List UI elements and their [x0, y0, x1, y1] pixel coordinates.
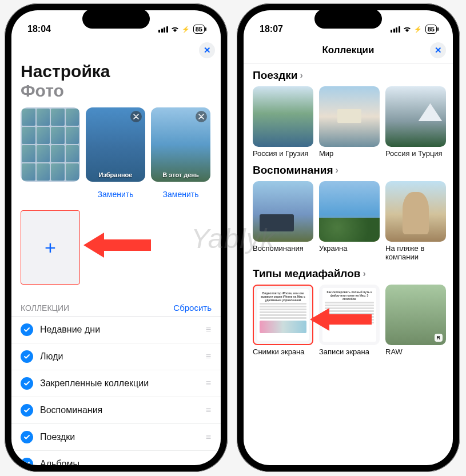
list-item-label: Поездки	[40, 432, 75, 442]
status-time: 18:07	[260, 24, 283, 34]
drag-handle-icon[interactable]: ≡	[206, 405, 212, 415]
checkmark-icon[interactable]	[21, 377, 33, 390]
screen-right: 18:07 ⚡ 85 Коллекции ✕ Поездки › Россия …	[244, 10, 453, 465]
section-label: Типы медиафайлов	[253, 267, 360, 280]
tile-label: Избранное	[86, 171, 145, 178]
phone-right: 18:07 ⚡ 85 Коллекции ✕ Поездки › Россия …	[237, 3, 460, 472]
svg-marker-0	[83, 233, 151, 258]
checkmark-icon[interactable]	[21, 350, 33, 363]
checkmark-icon[interactable]	[21, 431, 33, 443]
checkmark-icon[interactable]	[21, 458, 33, 465]
drag-handle-icon[interactable]: ≡	[206, 351, 212, 362]
collections-header-label: КОЛЛЕКЦИИ	[21, 303, 69, 313]
drag-handle-icon[interactable]: ≡	[206, 432, 212, 442]
chevron-right-icon: ›	[336, 165, 338, 175]
section-trips[interactable]: Поездки ›	[244, 63, 453, 86]
battery-level: 85	[193, 25, 205, 34]
tile-label: На пляже в компании	[385, 242, 446, 262]
tile-label: Снимки экрана	[253, 345, 313, 357]
collection-tile[interactable]: Воспоминания	[253, 181, 313, 262]
collection-list-item[interactable]: Недавние дни ≡	[11, 317, 221, 343]
dynamic-island	[82, 9, 150, 29]
chevron-right-icon: ›	[363, 269, 365, 279]
add-tile-button[interactable]: +	[21, 210, 80, 285]
section-label: Поездки	[253, 69, 298, 82]
drag-handle-icon[interactable]: ≡	[206, 378, 212, 389]
tutorial-arrow-icon	[310, 306, 373, 333]
signal-icon	[391, 26, 400, 33]
section-memories[interactable]: Воспоминания ›	[244, 158, 453, 181]
tile-label: Мир	[319, 147, 380, 158]
list-item-label: Люди	[40, 351, 63, 362]
phone-left: 18:04 ⚡ 85 ✕ Настройка Фото Избранное	[5, 3, 228, 472]
collection-list-item[interactable]: Закрепленные коллекции ≡	[11, 370, 221, 397]
tutorial-arrow-icon	[83, 231, 152, 259]
section-media-types[interactable]: Типы медиафайлов ›	[244, 262, 453, 285]
svg-marker-1	[310, 308, 372, 331]
chevron-right-icon: ›	[300, 70, 303, 81]
replace-button[interactable]: Заменить	[151, 186, 210, 202]
charge-icon: ⚡	[182, 26, 190, 33]
navbar: Коллекции ✕	[244, 40, 453, 63]
list-item-label: Альбомы	[40, 459, 79, 465]
section-label: Воспоминания	[253, 164, 333, 177]
checkmark-icon[interactable]	[21, 323, 33, 336]
library-tile[interactable]	[21, 107, 80, 182]
signal-icon	[158, 26, 168, 33]
collection-list-item[interactable]: Альбомы ≡	[11, 451, 221, 465]
battery-level: 85	[425, 25, 437, 34]
status-right: ⚡ 85	[158, 24, 205, 34]
collection-tile[interactable]: Россия и Турция	[385, 86, 446, 158]
collection-tile[interactable]: Россия и Грузия	[253, 86, 313, 158]
collection-tile-raw[interactable]: R RAW	[385, 285, 446, 357]
pinned-tiles-row: Избранное В этот день	[11, 107, 221, 182]
tile-label: Записи экрана	[319, 345, 380, 357]
checkmark-icon[interactable]	[21, 404, 33, 417]
list-item-label: Недавние дни	[40, 325, 100, 335]
collections-section-header: КОЛЛЕКЦИИ Сбросить	[11, 285, 221, 317]
page-subtitle: Фото	[11, 81, 221, 107]
tile-label: В этот день	[151, 171, 210, 178]
close-button[interactable]: ✕	[430, 42, 446, 58]
tile-label: Украина	[319, 242, 380, 253]
charge-icon: ⚡	[414, 26, 422, 33]
screen-left: 18:04 ⚡ 85 ✕ Настройка Фото Избранное	[11, 10, 221, 465]
list-item-label: Закрепленные коллекции	[40, 378, 149, 389]
memories-row: Воспоминания Украина На пляже в компании	[244, 181, 453, 262]
replace-row: Заменить Заменить	[11, 182, 221, 202]
tile-label: Воспоминания	[253, 242, 313, 253]
on-this-day-tile[interactable]: В этот день	[151, 107, 210, 182]
tile-label: Россия и Турция	[385, 147, 446, 158]
collection-list-item[interactable]: Люди ≡	[11, 343, 221, 370]
remove-tile-button[interactable]	[130, 111, 142, 122]
nav-title: Коллекции	[322, 45, 374, 56]
drag-handle-icon[interactable]: ≡	[206, 325, 212, 335]
tile-label: Россия и Грузия	[253, 147, 313, 158]
collection-tile[interactable]: Украина	[319, 181, 380, 262]
drag-handle-icon[interactable]: ≡	[206, 459, 212, 465]
collection-list-item[interactable]: Воспоминания ≡	[11, 397, 221, 424]
replace-button[interactable]: Заменить	[86, 186, 145, 202]
collection-list-item[interactable]: Поездки ≡	[11, 424, 221, 451]
collection-tile[interactable]: На пляже в компании	[385, 181, 446, 262]
list-item-label: Воспоминания	[40, 405, 102, 415]
collection-tile[interactable]: Мир	[319, 86, 380, 158]
status-time: 18:04	[27, 24, 51, 34]
trips-row: Россия и Грузия Мир Россия и Турция	[244, 86, 453, 158]
wifi-icon	[170, 24, 180, 34]
tile-label: RAW	[385, 345, 446, 357]
page-title: Настройка	[11, 62, 221, 81]
wifi-icon	[403, 24, 412, 34]
collection-tile-screenshots[interactable]: Видеоповтор iPhone, или как вывести экра…	[253, 285, 313, 357]
reset-button[interactable]: Сбросить	[173, 303, 212, 313]
remove-tile-button[interactable]	[196, 111, 207, 122]
status-right: ⚡ 85	[391, 24, 437, 34]
dynamic-island	[314, 9, 382, 29]
media-row: Видеоповтор iPhone, или как вывести экра…	[244, 285, 453, 357]
raw-badge: R	[435, 334, 443, 342]
favorites-tile[interactable]: Избранное	[86, 107, 145, 182]
close-button[interactable]: ✕	[199, 42, 215, 58]
